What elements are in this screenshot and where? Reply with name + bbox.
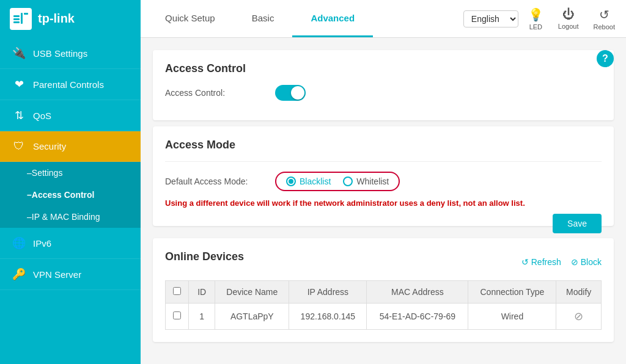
reboot-icon: ↺ xyxy=(599,7,609,22)
refresh-button[interactable]: ↺ Refresh xyxy=(521,257,561,267)
nav-right-actions: English Chinese French 💡 LED ⏻ Logout ↺ … xyxy=(463,5,626,33)
sidebar-label-security: Security xyxy=(33,141,66,151)
block-label: Block xyxy=(581,257,602,267)
logout-icon: ⏻ xyxy=(562,7,575,21)
help-icon[interactable]: ? xyxy=(597,50,614,67)
ip-mac-label: IP & MAC Binding xyxy=(32,212,100,222)
svg-rect-3 xyxy=(21,13,23,24)
refresh-label: Refresh xyxy=(531,257,561,267)
warning-message: Using a different device will work if th… xyxy=(165,198,602,208)
svg-rect-2 xyxy=(13,21,20,23)
sidebar-sub-ip-mac-binding[interactable]: – IP & MAC Binding xyxy=(0,206,141,228)
heart-icon: ❤ xyxy=(12,78,26,91)
sidebar-security-sub: – Settings – Access Control – IP & MAC B… xyxy=(0,162,141,228)
ipv6-icon: 🌐 xyxy=(12,236,26,250)
whitelist-label: Whitelist xyxy=(356,177,389,186)
table-header-row: ID Device Name IP Address MAC Address Co… xyxy=(166,281,602,304)
sidebar-label-ipv6: IPv6 xyxy=(33,238,51,249)
devices-table: ID Device Name IP Address MAC Address Co… xyxy=(165,280,602,330)
row-connection-type: Wired xyxy=(468,304,556,330)
qos-icon: ⇅ xyxy=(12,109,26,122)
th-checkbox xyxy=(166,281,189,304)
led-button[interactable]: 💡 LED xyxy=(523,5,548,33)
access-control-title: Access Control xyxy=(165,62,602,75)
svg-rect-0 xyxy=(13,15,20,17)
usb-icon: 🔌 xyxy=(12,46,26,60)
access-control-row: Access Control: xyxy=(165,85,602,101)
refresh-icon: ↺ xyxy=(521,257,529,267)
row-device-name: AGTLaPpY xyxy=(215,304,289,330)
logo-text: tp-link xyxy=(38,12,75,26)
device-action-buttons: ↺ Refresh ⊘ Block xyxy=(521,257,602,267)
blacklist-label: Blacklist xyxy=(300,177,331,186)
ip-mac-dash: – xyxy=(27,212,32,222)
svg-rect-1 xyxy=(13,18,20,20)
blacklist-option[interactable]: Blacklist xyxy=(286,177,331,186)
divider-1 xyxy=(165,161,602,162)
sidebar-label-usb: USB Settings xyxy=(33,48,87,59)
select-all-checkbox[interactable] xyxy=(173,287,181,295)
reboot-button[interactable]: ↺ Reboot xyxy=(589,5,620,33)
row-modify[interactable]: ⊘ xyxy=(556,304,602,330)
save-button[interactable]: Save xyxy=(553,214,602,233)
whitelist-radio[interactable] xyxy=(343,177,353,186)
block-icon: ⊘ xyxy=(571,257,578,267)
shield-icon: 🛡 xyxy=(12,140,26,153)
sidebar-item-ipv6[interactable]: 🌐 IPv6 xyxy=(0,228,141,259)
access-control-label: Access Control: xyxy=(165,88,275,98)
logo-area: tp-link xyxy=(0,0,141,38)
logo-icon xyxy=(10,8,32,30)
access-control-section: Access Control Access Control: xyxy=(153,50,614,120)
access-mode-title: Access Mode xyxy=(165,139,602,151)
tab-basic[interactable]: Basic xyxy=(234,0,293,37)
settings-dash: – xyxy=(27,168,32,178)
th-connection-type: Connection Type xyxy=(468,281,556,304)
access-dash: – xyxy=(27,190,32,200)
online-devices-header: Online Devices ↺ Refresh ⊘ Block xyxy=(165,250,602,273)
sidebar-sub-access-control[interactable]: – Access Control xyxy=(0,184,141,206)
row-id: 1 xyxy=(189,304,215,330)
top-navigation: tp-link Quick Setup Basic Advanced Engli… xyxy=(0,0,626,38)
svg-rect-4 xyxy=(24,13,28,15)
th-ip-address: IP Address xyxy=(289,281,367,304)
nav-tabs: Quick Setup Basic Advanced xyxy=(141,0,463,37)
th-mac-address: MAC Address xyxy=(367,281,468,304)
th-id: ID xyxy=(189,281,215,304)
sidebar: 🔌 USB Settings ❤ Parental Controls ⇅ QoS… xyxy=(0,38,141,364)
led-icon: 💡 xyxy=(528,7,543,22)
language-select[interactable]: English Chinese French xyxy=(463,10,518,27)
blacklist-radio[interactable] xyxy=(286,177,296,186)
led-label: LED xyxy=(529,23,542,31)
logout-label: Logout xyxy=(558,23,579,30)
row-checkbox[interactable] xyxy=(173,311,181,319)
row-mac-address: 54-E1-AD-6C-79-69 xyxy=(367,304,468,330)
sidebar-item-usb-settings[interactable]: 🔌 USB Settings xyxy=(0,38,141,69)
main-layout: 🔌 USB Settings ❤ Parental Controls ⇅ QoS… xyxy=(0,38,626,364)
tab-quick-setup[interactable]: Quick Setup xyxy=(147,0,234,37)
default-mode-label: Default Access Mode: xyxy=(165,177,275,186)
sidebar-item-qos[interactable]: ⇅ QoS xyxy=(0,100,141,131)
reboot-label: Reboot xyxy=(594,23,615,31)
sidebar-item-vpn-server[interactable]: 🔑 VPN Server xyxy=(0,259,141,290)
online-devices-section: Online Devices ↺ Refresh ⊘ Block xyxy=(153,238,614,342)
sidebar-label-vpn: VPN Server xyxy=(33,269,81,280)
logout-button[interactable]: ⏻ Logout xyxy=(553,5,584,32)
th-modify: Modify xyxy=(556,281,602,304)
toggle-slider xyxy=(275,85,306,101)
row-checkbox-cell xyxy=(166,304,189,330)
vpn-icon: 🔑 xyxy=(12,268,26,281)
whitelist-option[interactable]: Whitelist xyxy=(343,177,389,186)
sidebar-item-security[interactable]: 🛡 Security xyxy=(0,131,141,162)
block-button[interactable]: ⊘ Block xyxy=(571,257,602,267)
access-control-label: Access Control xyxy=(32,190,95,200)
sidebar-item-parental-controls[interactable]: ❤ Parental Controls xyxy=(0,69,141,100)
online-devices-title: Online Devices xyxy=(165,250,244,263)
default-access-mode-row: Default Access Mode: Blacklist Whitelist xyxy=(165,172,602,191)
sidebar-sub-settings[interactable]: – Settings xyxy=(0,162,141,184)
modify-icon[interactable]: ⊘ xyxy=(574,310,583,322)
table-row: 1 AGTLaPpY 192.168.0.145 54-E1-AD-6C-79-… xyxy=(166,304,602,330)
sidebar-label-parental: Parental Controls xyxy=(33,79,104,90)
access-control-toggle[interactable] xyxy=(275,85,306,101)
tab-advanced[interactable]: Advanced xyxy=(292,0,373,37)
access-mode-section: Access Mode Default Access Mode: Blackli… xyxy=(153,126,614,226)
